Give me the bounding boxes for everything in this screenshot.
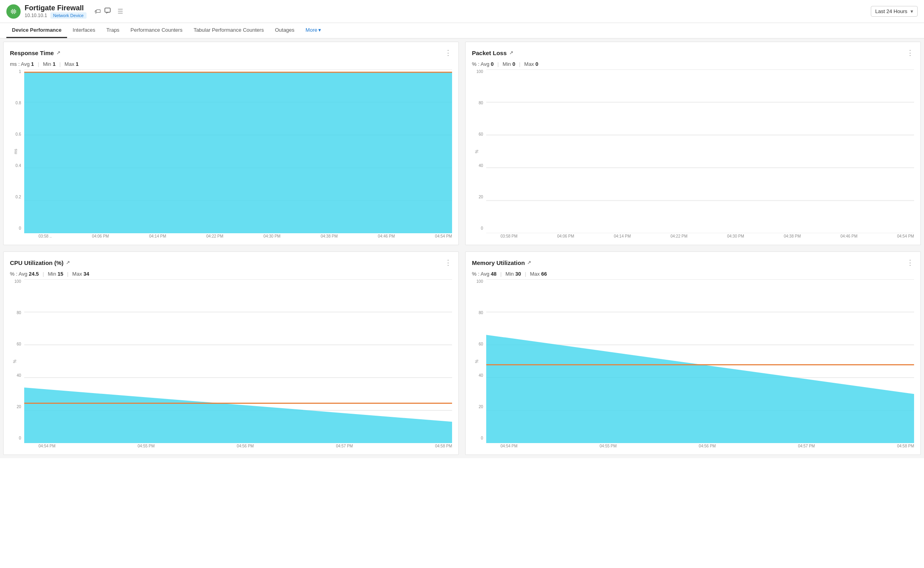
x-axis-labels: 03:58 PM04:06 PM04:14 PM04:22 PM04:30 PM… (486, 234, 914, 238)
tag-icon[interactable]: 🏷 (94, 8, 101, 15)
chart-header: Response Time ↗ ⋮ (10, 48, 452, 57)
y-axis-unit-label: % (475, 150, 479, 153)
header-action-icons: 🏷 (94, 7, 111, 16)
chart-menu-icon[interactable]: ⋮ (445, 258, 452, 267)
chart-title: CPU Utilization (%) ↗ (10, 259, 70, 266)
y-axis-unit-label: % (13, 359, 17, 363)
response-time-card: Response Time ↗ ⋮ ms : Avg 1 | Min 1 | M… (3, 42, 459, 245)
memory-svg (486, 279, 914, 443)
chat-icon[interactable] (104, 7, 111, 16)
chart-stats: % : Avg 0 | Min 0 | Max 0 (472, 61, 914, 67)
x-axis-labels: 03:58 ..04:06 PM04:14 PM04:22 PM04:30 PM… (24, 234, 452, 238)
time-range-selector[interactable]: Last 24 Hours ▾ (871, 6, 918, 17)
hamburger-icon[interactable]: ☰ (117, 8, 123, 15)
cpu-svg (24, 279, 452, 443)
chart-header: CPU Utilization (%) ↗ ⋮ (10, 258, 452, 267)
tab-more[interactable]: More ▾ (300, 23, 327, 38)
device-info: Fortigate Firewall 10.10.10.1 Network De… (25, 4, 87, 19)
chart-title: Packet Loss ↗ (472, 50, 513, 56)
y-axis-unit-label: ms (13, 149, 18, 154)
tab-interfaces[interactable]: Interfaces (67, 23, 101, 38)
device-status-icon (6, 4, 21, 19)
dashboard-grid: Response Time ↗ ⋮ ms : Avg 1 | Min 1 | M… (0, 38, 924, 458)
external-link-icon[interactable]: ↗ (56, 50, 60, 56)
y-axis-unit-label: % (475, 359, 479, 363)
tab-outages[interactable]: Outages (270, 23, 300, 38)
external-link-icon[interactable]: ↗ (509, 50, 513, 56)
packet-loss-svg (486, 69, 914, 233)
time-range-label: Last 24 Hours (875, 8, 907, 14)
more-chevron-icon: ▾ (318, 27, 321, 33)
chart-header: Memory Utilization ↗ ⋮ (472, 258, 914, 267)
device-ip: 10.10.10.1 (25, 13, 47, 18)
cpu-utilization-chart: 100806040200 % 04 (10, 279, 452, 448)
tab-tabular-performance-counters[interactable]: Tabular Performance Counters (188, 23, 270, 38)
svg-marker-21 (24, 388, 452, 443)
memory-utilization-chart: 100806040200 % 04:54 PM04:55 (472, 279, 914, 448)
device-type-badge[interactable]: Network Device (50, 12, 87, 19)
x-axis-labels: 04:54 PM04:55 PM04:56 PM04:57 PM04:58 PM (24, 444, 452, 448)
tab-device-performance[interactable]: Device Performance (6, 23, 67, 38)
svg-marker-7 (24, 72, 452, 233)
response-time-svg (24, 69, 452, 233)
nav-tabs: Device Performance Interfaces Traps Perf… (0, 23, 924, 38)
response-time-chart: 10.80.60.40.20 ms (10, 69, 452, 238)
tab-traps[interactable]: Traps (101, 23, 125, 38)
svg-rect-0 (105, 8, 110, 12)
chevron-down-icon: ▾ (911, 8, 913, 14)
page-header: Fortigate Firewall 10.10.10.1 Network De… (0, 0, 924, 23)
header-left: Fortigate Firewall 10.10.10.1 Network De… (6, 4, 123, 19)
chart-title: Response Time ↗ (10, 50, 60, 56)
chart-stats: % : Avg 48 | Min 30 | Max 66 (472, 271, 914, 277)
x-axis-labels: 04:54 PM04:55 PM04:56 PM04:57 PM04:58 PM (486, 444, 914, 448)
device-name: Fortigate Firewall (25, 4, 87, 12)
cpu-utilization-card: CPU Utilization (%) ↗ ⋮ % : Avg 24.5 | M… (3, 251, 459, 455)
chart-menu-icon[interactable]: ⋮ (907, 258, 914, 267)
chart-menu-icon[interactable]: ⋮ (445, 48, 452, 57)
chart-stats: ms : Avg 1 | Min 1 | Max 1 (10, 61, 452, 67)
memory-utilization-card: Memory Utilization ↗ ⋮ % : Avg 48 | Min … (465, 251, 921, 455)
chart-title: Memory Utilization ↗ (472, 259, 531, 266)
external-link-icon[interactable]: ↗ (527, 260, 531, 265)
svg-marker-29 (486, 335, 914, 443)
packet-loss-chart: 100806040200 % 03:58 PM04:06 PM04:14 PM0… (472, 69, 914, 238)
packet-loss-card: Packet Loss ↗ ⋮ % : Avg 0 | Min 0 | Max … (465, 42, 921, 245)
external-link-icon[interactable]: ↗ (66, 260, 70, 265)
chart-header: Packet Loss ↗ ⋮ (472, 48, 914, 57)
chart-stats: % : Avg 24.5 | Min 15 | Max 34 (10, 271, 452, 277)
tab-performance-counters[interactable]: Performance Counters (125, 23, 188, 38)
chart-menu-icon[interactable]: ⋮ (907, 48, 914, 57)
